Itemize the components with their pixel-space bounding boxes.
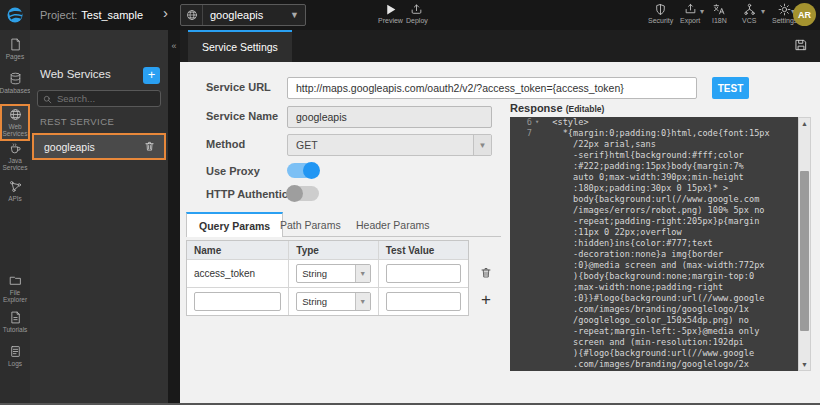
service-url-label: Service URL — [206, 81, 271, 93]
use-proxy-toggle[interactable] — [287, 163, 319, 178]
sidebar-item-label: Java Services — [0, 157, 30, 171]
export-button[interactable]: Export ▾ — [680, 3, 700, 24]
play-icon — [384, 3, 397, 16]
scrollbar-thumb[interactable] — [800, 171, 809, 331]
vcs-label: VCS — [742, 17, 756, 24]
sidebar-item-web-services[interactable]: Web Services — [0, 104, 30, 141]
code-line: :180px;padding:30px 0 15px}* > — [510, 183, 798, 194]
code-line: -repeat;padding-right:205px}p{margin — [510, 216, 798, 227]
sidebar-item-databases[interactable]: Databases — [0, 72, 30, 94]
security-button[interactable]: Security — [648, 3, 673, 24]
breadcrumb-chevron-icon: › — [163, 4, 168, 21]
code-line: body{background:url(//www.google.com — [510, 194, 798, 205]
code-line: /images/errors/robot.png) 100% 5px no — [510, 205, 798, 216]
preview-button[interactable]: Preview — [378, 3, 403, 24]
method-value: GET — [288, 139, 473, 151]
add-service-button[interactable]: + — [143, 67, 160, 84]
vcs-button[interactable]: VCS ▾ — [742, 3, 756, 24]
sidebar-item-file-explorer[interactable]: File Explorer — [0, 274, 30, 303]
sidebar-item-logs[interactable]: Logs — [0, 345, 30, 367]
search-input[interactable] — [57, 93, 147, 104]
sidebar-item-java-services[interactable]: Java Services — [0, 142, 30, 171]
page-icon — [9, 38, 22, 51]
search-icon — [43, 90, 52, 108]
service-settings-content: Service URL TEST Service Name Method GET… — [180, 62, 820, 403]
code-line: .com/images/branding/googlelogo/1x — [510, 304, 798, 315]
chevron-down-icon: ▼ — [355, 293, 370, 310]
translate-icon — [712, 3, 726, 16]
param-test-value-cell — [379, 288, 468, 315]
rest-service-section-title: REST SERVICE — [40, 116, 114, 127]
code-line: ){body{background:none;margin-top:0 — [510, 271, 798, 282]
service-selector-value: googleapis — [203, 9, 290, 21]
delete-service-icon[interactable] — [144, 138, 164, 156]
param-type-cell: String ▼ — [289, 288, 378, 315]
save-button[interactable] — [794, 38, 808, 56]
param-name-input[interactable] — [194, 292, 281, 311]
type-select[interactable]: String ▼ — [296, 292, 370, 311]
branch-icon — [743, 3, 756, 16]
toggle-knob — [303, 162, 320, 179]
method-select[interactable]: GET ▼ — [287, 134, 492, 156]
delete-row-button[interactable] — [471, 258, 501, 286]
param-test-value-cell — [379, 260, 468, 287]
topbar: Project: Test_sample › googleapis ▼ Prev… — [0, 0, 820, 30]
chevron-down-icon: ▾ — [700, 7, 704, 16]
user-avatar[interactable]: AR — [793, 3, 816, 26]
service-name-input[interactable] — [287, 106, 492, 128]
service-url-input[interactable] — [287, 77, 697, 99]
table-row: access_token String ▼ — [187, 259, 468, 287]
service-selector-dropdown[interactable]: googleapis ▼ — [180, 4, 306, 26]
column-header-type: Type — [289, 241, 378, 259]
editor-scrollbar[interactable]: ▲ ▼ — [798, 117, 811, 371]
sidebar-item-pages[interactable]: Pages — [0, 38, 30, 60]
tab-path-params[interactable]: Path Params — [268, 212, 353, 237]
collapse-panel-button[interactable]: « — [168, 39, 180, 53]
search-box[interactable] — [37, 90, 161, 107]
response-code-editor[interactable]: 6▾ <style> 7 *{margin:0;padding:0}html,c… — [510, 117, 798, 371]
code-line: /22px arial,sans — [510, 139, 798, 150]
test-button[interactable]: TEST — [712, 77, 749, 99]
column-header-name: Name — [187, 241, 289, 259]
shield-icon — [654, 3, 667, 16]
http-auth-toggle[interactable] — [287, 186, 319, 201]
left-nav: Pages Databases Web Services Java Servic… — [0, 30, 30, 403]
line-number: 6 — [510, 117, 532, 128]
code-line: -serif}html{background:#fff;color — [510, 150, 798, 161]
tab-header-params[interactable]: Header Params — [344, 212, 442, 237]
app-logo[interactable] — [0, 0, 30, 30]
sidebar-item-label: Databases — [0, 87, 31, 94]
fold-arrow-icon[interactable]: ▾ — [532, 117, 542, 128]
scroll-up-icon[interactable]: ▲ — [799, 118, 810, 129]
query-params-table: Name Type Test Value access_token String… — [186, 240, 469, 316]
sidebar-item-label: Pages — [6, 53, 24, 60]
test-value-input[interactable] — [386, 292, 461, 311]
preview-label: Preview — [378, 17, 403, 24]
sidebar-item-label: File Explorer — [0, 289, 30, 303]
database-icon — [9, 72, 22, 85]
folder-icon — [9, 274, 22, 287]
line-number: 7 — [510, 128, 532, 139]
log-document-icon — [9, 345, 22, 358]
plus-icon: + — [481, 290, 491, 310]
sidebar-item-tutorials[interactable]: Tutorials — [0, 311, 30, 333]
type-select[interactable]: String ▼ — [296, 264, 370, 283]
project-label: Project: — [40, 9, 77, 21]
export-label: Export — [680, 17, 700, 24]
add-row-button[interactable]: + — [471, 286, 501, 314]
table-header-row: Name Type Test Value — [187, 241, 468, 259]
deploy-button[interactable]: Deploy — [406, 3, 428, 24]
code-line: :0}@media screen and (max-width:772px — [510, 260, 798, 271]
service-list-item-googleapis[interactable]: googleapis — [32, 133, 166, 160]
sidebar-item-apis[interactable]: APIs — [0, 180, 30, 202]
save-icon — [794, 38, 808, 52]
tab-service-settings[interactable]: Service Settings — [188, 30, 292, 62]
test-value-input[interactable] — [386, 264, 461, 283]
scroll-down-icon[interactable]: ▼ — [799, 359, 810, 370]
panel-title: Web Services — [40, 68, 111, 80]
globe-icon — [181, 5, 203, 25]
toggle-knob — [286, 185, 303, 202]
i18n-button[interactable]: I18N — [712, 3, 727, 24]
editor-tabbar: Service Settings — [180, 30, 820, 62]
tutorial-page-icon — [9, 311, 22, 324]
